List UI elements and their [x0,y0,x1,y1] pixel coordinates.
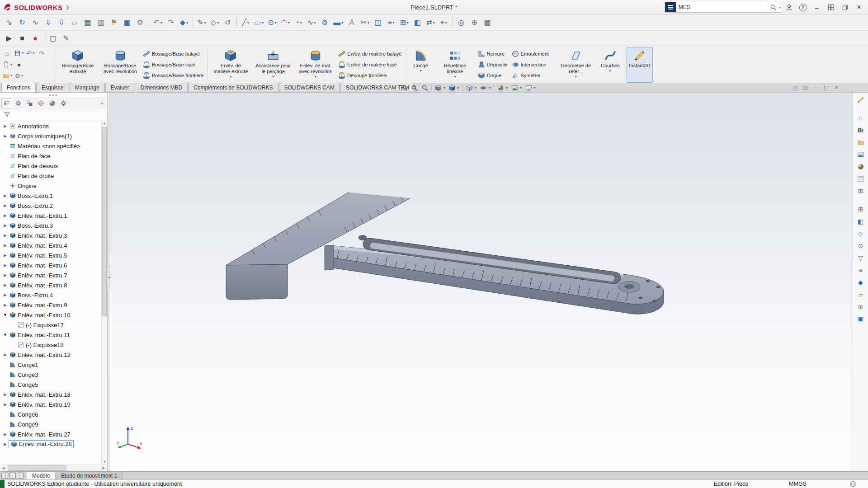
display-manager-tab[interactable] [47,98,57,108]
plane-tool-icon[interactable]: ▱ [68,16,81,29]
tree-item[interactable]: ▼Enlèv. mat.-Extru.11 [0,330,107,340]
tile-horizontal-button[interactable]: ◫ [790,83,800,92]
sketch-pattern-icon[interactable]: ⊞▾ [398,16,410,29]
rotate-view-icon[interactable]: ↻ [16,16,28,29]
circle-icon[interactable]: ⊙▾ [266,16,278,29]
configuration-manager-tab[interactable] [24,98,35,108]
graphics-area[interactable]: z x y [110,93,853,471]
tree-item[interactable]: Origine [0,181,107,191]
view-orientation-button[interactable]: ▾ [448,83,461,92]
appearances-button[interactable] [855,161,867,172]
expand-collapsed-icon[interactable]: ▶ [2,193,9,198]
tree-item[interactable]: ▶Enlèv. mat.-Extru.19 [0,399,107,409]
convert-entities-icon[interactable]: ◫ [372,16,384,29]
close-button[interactable]: × [853,1,865,13]
dropdown-caret-icon[interactable]: ▾ [609,69,611,73]
rectangle-icon[interactable]: ▭▾ [252,16,265,29]
dropdown-caret-icon[interactable]: ▾ [341,21,343,25]
tree-item[interactable]: ▶Boss.-Extru.3 [0,221,107,230]
split-view-icon[interactable] [9,473,16,479]
dropdown-caret-icon[interactable]: ▾ [454,75,456,79]
tree-item[interactable]: ▶Enlèv. mat.-Extru.28 [0,439,107,449]
window-layout-button[interactable] [825,1,837,13]
dimxpert-manager-tab[interactable] [35,98,46,108]
select-icon[interactable]: ◆▾ [178,16,190,29]
r-p-tition-lin-aire-button[interactable]: Répétition linéaire▾ [434,47,476,83]
task-tool-3-button[interactable]: ◇ [855,228,867,239]
edit-appearance-button[interactable]: ▾ [496,83,509,92]
expand-collapsed-icon[interactable]: ▶ [2,243,9,248]
expand-collapsed-icon[interactable]: ▶ [2,263,9,267]
home-icon[interactable]: ⌂ [2,48,13,58]
tab-dimensions-mbd[interactable]: Dimensions MBD [135,83,188,92]
tree-item[interactable]: ▶Enlèv. mat.-Extru.1 [0,211,107,221]
task-tool-2-button[interactable]: ◧ [855,216,867,227]
apply-scene-button[interactable]: ▾ [510,83,523,92]
split-view-icon[interactable] [1,473,8,479]
tree-item[interactable]: ▶Enlèv. mat.-Extru.8 [0,280,107,290]
instant3d-pencil-button[interactable] [855,94,867,105]
nervure-button[interactable]: Nervure [476,48,510,59]
new-document-icon[interactable]: ▾ [2,59,13,70]
expand-collapsed-icon[interactable]: ▶ [2,442,9,446]
scroll-left-icon[interactable]: ◀ [0,465,7,471]
tree-vertical-scrollbar[interactable]: ▲ ▼ [101,120,107,465]
enl-v-de-mati-re-balay--button[interactable]: Enlèv. de matière balayé [337,48,404,59]
bossage-base-fronti-re-button[interactable]: Bossage/Base frontière [142,70,206,81]
dropdown-caret-icon[interactable]: ▾ [262,21,264,25]
tree-item[interactable]: Congé9 [0,419,107,429]
trim-entities-icon[interactable]: ✂▾ [359,16,371,29]
tree-item[interactable]: ▶Enlèv. mat.-Extru.7 [0,270,107,280]
mirror-entities-icon[interactable]: ◧ [411,16,424,29]
dropdown-caret-icon[interactable]: ▾ [315,75,316,79]
view-settings-button[interactable]: ▾ [524,83,537,92]
coque-button[interactable]: Coque [476,70,510,81]
dropdown-caret-icon[interactable]: ▾ [458,86,459,90]
dropdown-caret-icon[interactable]: ▾ [160,21,162,25]
g-om-trie-de-r-f-r--button[interactable]: Géométrie de référ...▾ [555,47,597,83]
zoom-to-area-button[interactable] [410,83,419,92]
forum-button[interactable]: ✉ [855,186,867,197]
part-model[interactable] [226,191,666,332]
minimize-doc-button[interactable]: – [811,83,821,92]
task-tool-1-button[interactable]: ⊞ [855,204,867,215]
globe-icon[interactable] [849,481,856,488]
tree-item[interactable]: ▶Enlèv. mat.-Extru.18 [0,389,107,399]
tab-etude-de-mouvement-1[interactable]: Etude de mouvement 1 [56,472,123,479]
slot-icon[interactable]: ▬▾ [331,16,345,29]
dropdown-caret-icon[interactable]: ▾ [520,86,522,90]
expand-collapsed-icon[interactable]: ▶ [2,273,9,277]
quick-snaps-icon[interactable]: ⌖▾ [437,16,450,29]
dropdown-caret-icon[interactable]: ▾ [10,74,12,78]
dropdown-caret-icon[interactable]: ▾ [506,86,508,90]
property-manager-tab[interactable] [13,98,24,108]
zoom-to-fit-button[interactable] [399,83,409,92]
expand-collapsed-icon[interactable]: ▶ [2,392,9,397]
dropdown-caret-icon[interactable]: ▾ [186,21,188,25]
rebuild-icon[interactable]: ↺ [222,16,234,29]
d-pouille-button[interactable]: Dépouille [476,59,510,70]
scroll-down-icon[interactable]: ▼ [102,459,107,465]
save-icon[interactable]: ▾ [13,48,24,58]
expand-expanded-icon[interactable]: ▼ [2,333,9,337]
dropdown-caret-icon[interactable]: ▾ [33,51,34,55]
expand-collapsed-icon[interactable]: ▶ [2,402,9,407]
courbes-button[interactable]: Courbes▾ [597,47,623,83]
spline-tool-icon[interactable]: ∿▾ [305,16,318,29]
enl-v-de-mati-re-liss--button[interactable]: Enlèv. de matière lissé [337,59,404,70]
task-tool-8-button[interactable]: ▱ [855,289,867,300]
redo-icon[interactable]: ↷ [36,48,47,58]
hide-show-items-button[interactable]: ▾ [479,83,492,92]
expand-collapsed-icon[interactable]: ▶ [2,233,9,238]
tab-compl-ments-de-solidworks[interactable]: Compléments de SOLIDWORKS [188,83,278,92]
minimize-button[interactable]: – [811,1,823,13]
redo-icon[interactable]: ↷ [165,16,177,29]
search-caret-icon[interactable]: ▾ [779,5,781,9]
tree-item[interactable]: (-) Esquisse18 [0,340,107,350]
tree-item[interactable]: (-) Esquisse17 [0,320,107,330]
tree-item[interactable]: ▶Enlèv. mat.-Extru.9 [0,300,107,310]
undo-icon[interactable]: ↶▾ [25,48,36,58]
tree-item[interactable]: ▶Annotations [0,121,107,131]
dropdown-caret-icon[interactable]: ▾ [10,62,12,66]
dropdown-caret-icon[interactable]: ▾ [217,21,219,25]
